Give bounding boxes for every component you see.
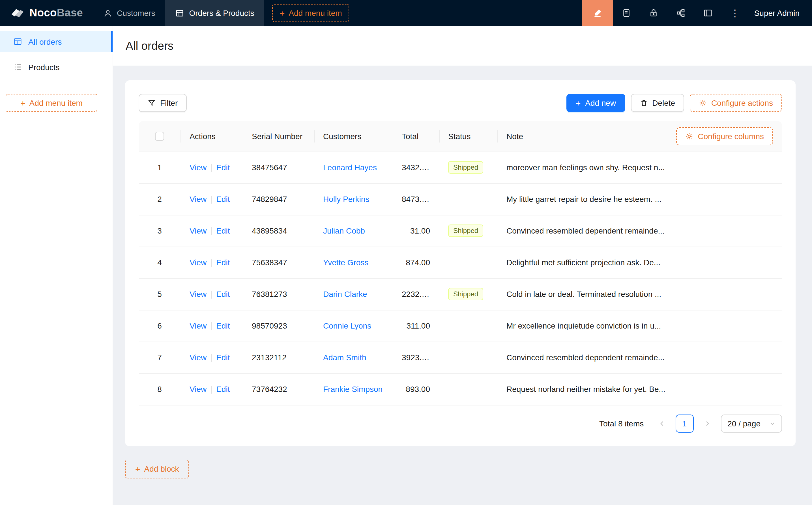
more-button[interactable]: ⋮ [721,0,749,26]
chevron-down-icon [770,420,775,426]
lock-button[interactable] [640,0,667,26]
sidebar-item-all-orders[interactable]: All orders [0,31,113,52]
highlighter-icon [593,8,602,17]
mobile-client-button[interactable] [613,0,640,26]
edit-link[interactable]: Edit [216,353,230,362]
action-divider [211,386,212,393]
serial-number-cell: 23132112 [243,342,314,373]
view-link[interactable]: View [189,258,207,267]
customer-link[interactable]: Julian Cobb [323,226,365,235]
table-row[interactable]: 5 ViewEdit 76381273 Darin Clarke 2232.00… [139,278,782,310]
customer-link[interactable]: Adam Smith [323,353,366,362]
table-row[interactable]: 3 ViewEdit 43895834 Julian Cobb 31.00 Sh… [139,215,782,246]
sidebar-add-menu-item-button[interactable]: + Add menu item [6,94,97,112]
customer-link[interactable]: Yvette Gross [323,258,368,267]
row-index: 6 [139,310,180,342]
content: Filter + Add new Delete [113,65,812,505]
orders-table: Actions Serial Number Customers Total St… [139,121,782,405]
filter-icon [148,99,156,107]
pagination-prev-button[interactable] [653,414,671,432]
main-area: All orders Filter + [113,26,812,505]
column-header-total: Total [393,121,439,152]
row-index: 4 [139,246,180,278]
delete-button[interactable]: Delete [631,94,684,112]
edit-link[interactable]: Edit [216,290,230,299]
note-cell: Convinced resembled dependent remainde..… [497,215,782,246]
customer-link[interactable]: Darin Clarke [323,290,367,299]
total-cell: 874.00 [393,246,439,278]
table-row[interactable]: 2 ViewEdit 74829847 Holly Perkins 8473.0… [139,183,782,215]
note-cell: moreover man feelings own shy. Request n… [497,152,782,183]
row-index: 2 [139,183,180,215]
add-new-button[interactable]: + Add new [567,94,625,112]
serial-number-cell: 73764232 [243,373,314,405]
view-link[interactable]: View [189,163,207,172]
serial-number-cell: 76381273 [243,278,314,310]
nav-item-customers[interactable]: Customers [93,0,165,26]
mobile-client-icon [622,8,631,17]
sidebar-item-products[interactable]: Products [0,56,113,77]
select-all-checkbox[interactable] [155,132,164,141]
layout-icon [703,8,712,17]
layout-button[interactable] [694,0,721,26]
customer-link[interactable]: Leonard Hayes [323,163,377,172]
serial-number-cell: 38475647 [243,152,314,183]
edit-link[interactable]: Edit [216,163,230,172]
view-link[interactable]: View [189,384,207,393]
total-cell: 3432.00 [393,152,439,183]
action-divider [211,259,212,267]
total-cell: 893.00 [393,373,439,405]
status-badge: Shipped [448,161,483,174]
customer-link[interactable]: Holly Perkins [323,194,369,204]
chevron-left-icon [658,420,665,427]
orders-table-body: 1 ViewEdit 38475647 Leonard Hayes 3432.0… [139,152,782,405]
nocobase-logo-icon [10,6,25,20]
customer-link[interactable]: Frankie Simpson [323,384,383,393]
column-header-note: Note Configure columns [497,121,782,152]
sidebar: All orders Products + Add menu item [0,26,113,505]
pagination-page-button[interactable]: 1 [675,414,693,432]
configure-columns-button[interactable]: Configure columns [676,127,773,145]
table-row[interactable]: 6 ViewEdit 98570923 Connie Lyons 311.00 … [139,310,782,342]
more-icon: ⋮ [730,8,740,18]
nocobase-logo[interactable]: NocoBase [0,0,93,26]
view-link[interactable]: View [189,226,207,235]
list-icon [14,63,22,71]
total-cell: 8473.00 [393,183,439,215]
users-icon [103,9,112,17]
table-row[interactable]: 8 ViewEdit 73764232 Frankie Simpson 893.… [139,373,782,405]
add-block-button[interactable]: + Add block [125,460,189,478]
table-row[interactable]: 4 ViewEdit 75638347 Yvette Gross 874.00 … [139,246,782,278]
view-link[interactable]: View [189,353,207,362]
page-size-select[interactable]: 20 / page [721,414,782,432]
total-cell: 2232.00 [393,278,439,310]
edit-link[interactable]: Edit [216,384,230,393]
nav-item-orders-products[interactable]: Orders & Products [165,0,264,26]
filter-button[interactable]: Filter [139,94,187,112]
chevron-right-icon [704,420,710,427]
view-link[interactable]: View [189,194,207,204]
pagination-next-button[interactable] [698,414,716,432]
configure-actions-button[interactable]: Configure actions [690,94,782,112]
navbar-add-menu-item-button[interactable]: + Add menu item [272,4,350,22]
view-link[interactable]: View [189,321,207,330]
user-menu[interactable]: Super Admin [749,0,812,26]
navbar-left: NocoBase Customers Orders & Products + A… [0,0,350,26]
action-divider [211,354,212,362]
app: NocoBase Customers Orders & Products + A… [0,0,812,505]
note-cell: Mr excellence inquietude conviction is i… [497,310,782,342]
gear-icon [699,99,707,107]
table-row[interactable]: 7 ViewEdit 23132112 Adam Smith 3923.00 C… [139,342,782,373]
customer-link[interactable]: Connie Lyons [323,321,371,330]
table-row[interactable]: 1 ViewEdit 38475647 Leonard Hayes 3432.0… [139,152,782,183]
row-index: 7 [139,342,180,373]
view-link[interactable]: View [189,290,207,299]
edit-link[interactable]: Edit [216,258,230,267]
edit-link[interactable]: Edit [216,194,230,204]
edit-link[interactable]: Edit [216,321,230,330]
ui-editor-button[interactable] [582,0,613,26]
note-cell: Convinced resembled dependent remainde..… [497,342,782,373]
api-button[interactable] [667,0,694,26]
edit-link[interactable]: Edit [216,226,230,235]
pagination: Total 8 items 1 [139,405,782,442]
